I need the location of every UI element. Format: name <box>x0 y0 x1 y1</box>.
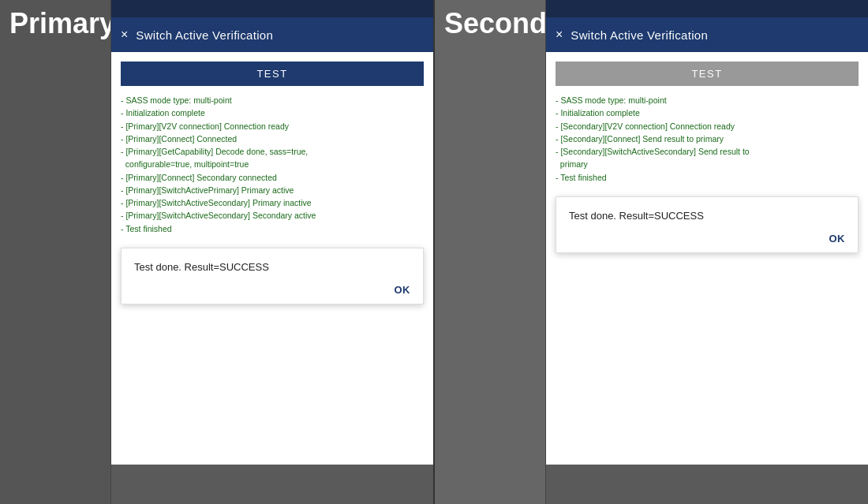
primary-label: Primary <box>9 8 115 39</box>
primary-log-area: - SASS mode type: multi-point - Initiali… <box>121 94 424 235</box>
primary-log-7: - [Primary][SwitchActiveSecondary] Prima… <box>121 196 424 209</box>
primary-test-button[interactable]: TEST <box>121 62 424 86</box>
primary-log-1: - Initialization complete <box>121 106 424 119</box>
secondary-label-panel: Secondary <box>435 0 545 504</box>
secondary-log-3: - [Secondary][Connect] Send result to pr… <box>556 133 859 145</box>
primary-log-4: - [Primary][GetCapability] Decode done, … <box>121 145 424 158</box>
primary-log-6: - [Primary][SwitchActivePrimary] Primary… <box>121 184 424 196</box>
secondary-phone-bottom <box>546 465 868 504</box>
primary-result-text: Test done. Result=SUCCESS <box>134 261 410 273</box>
secondary-log-4b: primary <box>556 158 859 170</box>
secondary-result-box: Test done. Result=SUCCESS OK <box>556 196 859 253</box>
primary-ok-btn-container: OK <box>134 284 410 296</box>
primary-log-9: - Test finished <box>121 222 424 235</box>
primary-phone-bottom <box>111 465 433 504</box>
secondary-dialog-content: TEST - SASS mode type: multi-point - Ini… <box>546 52 868 465</box>
secondary-top-bar <box>546 0 868 17</box>
primary-label-panel: Primary <box>0 0 110 504</box>
primary-log-2: - [Primary][V2V connection] Connection r… <box>121 120 424 133</box>
secondary-phone-frame: × Switch Active Verification TEST - SASS… <box>545 0 868 504</box>
secondary-log-area: - SASS mode type: multi-point - Initiali… <box>556 94 859 184</box>
secondary-close-button[interactable]: × <box>556 28 563 41</box>
secondary-log-1: - Initialization complete <box>556 106 859 119</box>
primary-phone-frame: × Switch Active Verification TEST - SASS… <box>110 0 433 504</box>
primary-dialog-header: × Switch Active Verification <box>111 17 433 52</box>
secondary-ok-button[interactable]: OK <box>829 233 846 245</box>
secondary-log-0: - SASS mode type: multi-point <box>556 94 859 106</box>
primary-dialog-content: TEST - SASS mode type: multi-point - Ini… <box>111 52 433 465</box>
primary-ok-button[interactable]: OK <box>395 284 411 296</box>
secondary-log-2: - [Secondary][V2V connection] Connection… <box>556 120 859 133</box>
primary-top-bar <box>111 0 433 17</box>
primary-log-5: - [Primary][Connect] Secondary connected <box>121 171 424 184</box>
secondary-dialog-title: Switch Active Verification <box>571 28 708 42</box>
secondary-dialog-header: × Switch Active Verification <box>546 17 868 52</box>
primary-log-0: - SASS mode type: multi-point <box>121 94 424 106</box>
primary-close-button[interactable]: × <box>121 28 128 41</box>
primary-log-8: - [Primary][SwitchActiveSecondary] Secon… <box>121 209 424 222</box>
secondary-log-4: - [Secondary][SwitchActiveSecondary] Sen… <box>556 145 859 158</box>
primary-section: Primary × Switch Active Verification TES… <box>0 0 433 504</box>
secondary-log-5: - Test finished <box>556 171 859 184</box>
secondary-section: Secondary × Switch Active Verification T… <box>435 0 868 504</box>
secondary-ok-btn-container: OK <box>569 233 845 245</box>
secondary-result-text: Test done. Result=SUCCESS <box>569 210 845 222</box>
primary-result-box: Test done. Result=SUCCESS OK <box>121 248 424 304</box>
primary-log-3: - [Primary][Connect] Connected <box>121 133 424 145</box>
primary-dialog-title: Switch Active Verification <box>136 28 273 42</box>
primary-log-4b: configurable=true, multipoint=true <box>121 158 424 170</box>
secondary-test-button[interactable]: TEST <box>556 62 859 86</box>
